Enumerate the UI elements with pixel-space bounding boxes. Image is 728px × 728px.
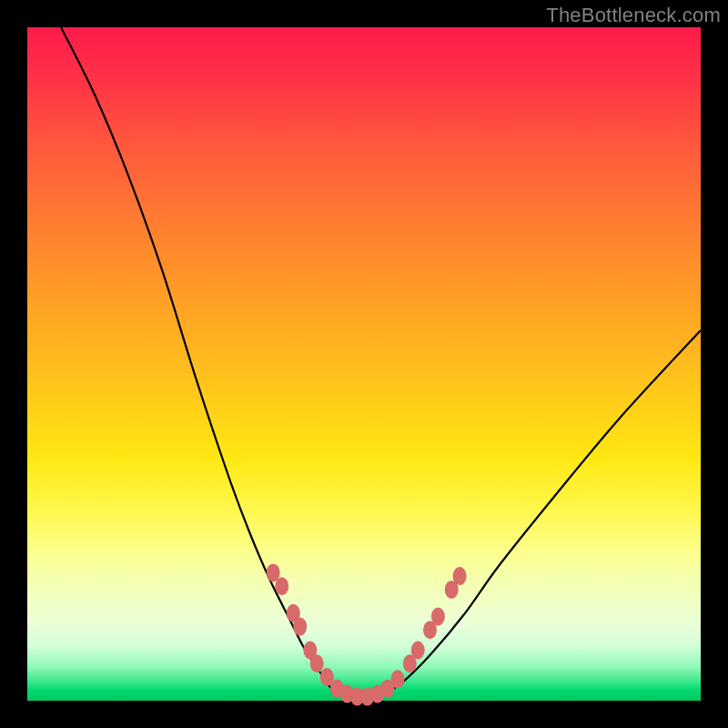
curve-svg [27,27,701,701]
chart-stage: TheBottleneck.com [0,0,728,728]
watermark-text: TheBottleneck.com [546,4,721,27]
plot-area [27,27,701,701]
bottleneck-curve [61,27,701,698]
data-marker [275,577,288,595]
data-marker [411,642,425,660]
data-marker [391,670,405,688]
data-marker [293,618,307,636]
data-marker [431,608,445,626]
data-marker [453,567,467,585]
data-marker [310,654,324,672]
